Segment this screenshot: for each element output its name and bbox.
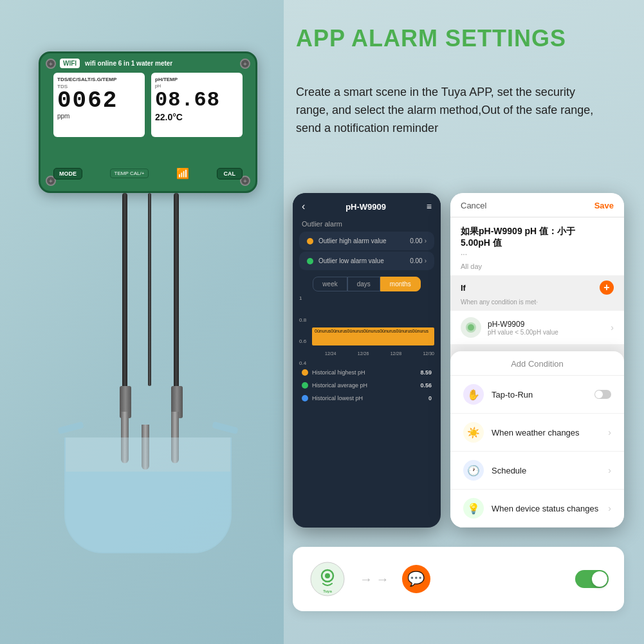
chart-x-1224: 12/24 [325,351,336,356]
stat-low: Historical lowest pH 0 [293,392,441,405]
stat-low-label: Historical lowest pH [312,395,363,401]
alarm-low-item[interactable]: Outlier low alarm value 0.00 › [299,252,434,270]
chart-x-labels: 12/24 12/26 12/28 12/30 [325,351,434,356]
stat-avg: Historical average pH 0.56 [293,379,441,392]
alarm-low-dot [307,258,313,264]
schedule-item[interactable]: 🕐 Schedule › [450,452,624,490]
svg-point-4 [325,573,330,578]
stat-low-dot [302,395,308,401]
ph-device-chevron: › [611,322,614,333]
chart-y-08: 0.8 [299,317,306,323]
buttons-row: MODE TEMP CAL/+ 📶 CAL [53,167,243,179]
schedule-label: Schedule [492,466,526,475]
ph-display: pH/TEMP pH 08.68 22.0°C [151,73,243,137]
device-status-item[interactable]: 💡 When device status changes › [450,490,624,528]
alarm-high-item[interactable]: Outlier high alarm value 0.00 › [299,232,434,250]
message-icon: 💬 [402,565,430,593]
weather-changes-label: When weather changes [492,428,580,437]
if-section-header: If + [450,275,624,297]
screw-tl [46,59,56,69]
card-toggle[interactable] [575,570,609,588]
chart-x-1230: 12/30 [423,351,434,356]
tds-label: TDS/EC/SALT/S.G/TEMP [57,77,141,82]
phone-left-header: ‹ pH-W9909 ≡ [293,193,441,217]
model-text: wifi online 6 in 1 water meter [85,60,172,67]
chart-bar: 0ûnurus0ûnurus0ûnurus0ûnurus0ûnurus0ûnur… [312,327,434,345]
ph-device-icon [461,317,481,338]
cancel-button[interactable]: Cancel [461,201,486,210]
chart-bar-text: 0ûnurus0ûnurus0ûnurus0ûnurus0ûnurus0ûnur… [312,327,434,335]
stat-avg-label: Historical average pH [312,382,367,389]
stat-avg-dot [302,382,308,389]
weather-changes-item[interactable]: ☀️ When weather changes › [450,414,624,452]
stat-high-value: 8.59 [420,369,432,376]
device-body: WIFI wifi online 6 in 1 water meter TDS/… [39,51,257,193]
device-container: WIFI wifi online 6 in 1 water meter TDS/… [19,39,277,489]
phone-left: ‹ pH-W9909 ≡ Outlier alarm Outlier high … [293,193,441,528]
tds-display: TDS/EC/SALT/S.G/TEMP TDS 0062 ppm [53,73,145,137]
ph-value: 08.68 [155,88,239,112]
chart-area: 1 0.8 0.6 0.4 0ûnurus0ûnurus0ûnurus0ûnur… [299,295,434,366]
chart-y-1: 1 [299,295,306,301]
menu-icon[interactable]: ≡ [427,201,432,212]
tds-value: 0062 [57,89,141,113]
tab-days[interactable]: days [347,277,380,291]
temp-value: 22.0°C [155,112,239,122]
cal-button[interactable]: CAL [217,168,243,179]
mode-button[interactable]: MODE [53,168,82,179]
device-status-label: When device status changes [492,504,598,513]
alarm-high-dot [307,238,313,244]
chart-x-1228: 12/28 [391,351,402,356]
chart-tab-bar: week days months [299,277,434,291]
bottom-card: Tuya → → 💬 [293,547,624,611]
stat-high-label: Historical highest pH [312,369,365,376]
tap-to-run-label: Tap-to-Run [492,390,533,400]
save-button[interactable]: Save [594,201,614,210]
tap-to-run-item[interactable]: ✋ Tap-to-Run [450,376,624,414]
add-condition-modal: Add Condition ✋ Tap-to-Run ☀️ When weath… [450,351,624,528]
cup-body [64,437,232,553]
arrow-icon: → → [360,572,389,587]
tab-months[interactable]: months [380,277,421,291]
alarm-low-chevron: › [425,257,427,264]
schedule-chevron: › [608,465,611,475]
wifi-small-icon: 📶 [176,167,189,179]
alarm-low-value: 0.00 [410,257,422,264]
stat-high-dot [302,369,308,376]
chart-y-06: 0.6 [299,338,306,344]
add-condition-button[interactable]: + [600,281,614,295]
cable-right [174,193,179,399]
alarm-high-value: 0.00 [410,237,422,244]
cables [97,193,212,418]
temp-cal-button[interactable]: TEMP CAL/+ [110,169,149,178]
allday-label: All day [450,261,624,275]
cup-rim-left [57,421,84,434]
cable-left [122,193,127,399]
if-label: If [461,283,466,293]
stat-avg-value: 0.56 [420,382,432,389]
phone-right: Cancel Save 如果pH-W9909 pH 值：小于5.00pH 值 ·… [450,193,624,528]
tap-to-run-icon: ✋ [463,384,484,405]
phone-left-title: pH-W9909 [345,202,386,212]
chart-y-labels: 1 0.8 0.6 0.4 [299,295,306,366]
stat-low-value: 0 [428,395,432,401]
alarm-high-label: Outlier high alarm value [318,237,387,244]
tap-to-run-toggle[interactable] [594,390,611,399]
alarm-low-label: Outlier low alarm value [318,257,384,264]
tuya-logo: Tuya [308,560,347,598]
schedule-icon: 🕐 [463,460,484,481]
outlier-alarm-section: Outlier alarm [293,217,441,230]
chart-plot: 0ûnurus0ûnurus0ûnurus0ûnurus0ûnurus0ûnur… [312,295,434,356]
tab-week[interactable]: week [313,277,347,291]
page-title: APP ALARM SETTINGS [296,26,618,51]
cable-middle [148,193,151,386]
back-arrow-icon[interactable]: ‹ [302,201,305,212]
ph-device-item[interactable]: pH-W9909 pH value < 5.00pH value › [450,311,624,344]
ph-device-label: pH-W9909 [488,320,558,329]
device-status-chevron: › [608,503,611,513]
cup-rim-right [212,421,238,434]
water-fill [66,472,230,552]
condition-dots: ··· [461,250,614,259]
chart-x-1226: 12/26 [358,351,369,356]
when-any-label: When any condition is met· [450,297,624,309]
